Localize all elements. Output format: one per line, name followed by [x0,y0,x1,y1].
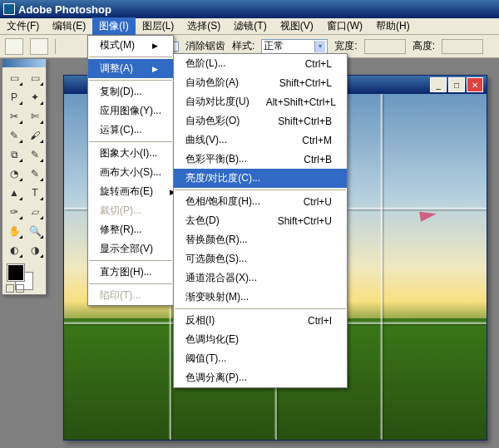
image-menu: 模式(M)▶调整(A)▶复制(D)...应用图像(Y)...运算(C)...图象… [87,35,174,306]
menu-item[interactable]: 色彩平衡(B)...Ctrl+B [174,150,347,169]
menu-item[interactable]: 亮度/对比度(C)... [174,169,347,188]
adjust-submenu: 色阶(L)...Ctrl+L自动色阶(A)Shift+Ctrl+L自动对比度(U… [173,53,348,388]
menu-item[interactable]: 旋转画布(E)▶ [88,182,173,201]
submenu-arrow-icon: ▶ [152,42,158,50]
menu-item-label: 渐变映射(M)... [185,290,332,304]
menu-select[interactable]: 选择(S) [180,17,227,35]
menu-item[interactable]: 反相(I)Ctrl+I [174,311,347,330]
menu-item[interactable]: 显示全部(V) [88,239,173,258]
shortcut-label: Ctrl+I [308,315,332,327]
tool-10[interactable]: ◔ [4,165,24,183]
tool-2[interactable]: P [4,88,24,106]
menu-item[interactable]: 色调均化(E) [174,330,347,349]
menu-help[interactable]: 帮助(H) [369,17,417,35]
menu-edit[interactable]: 编辑(E) [46,17,92,35]
menu-item[interactable]: 自动对比度(U)Alt+Shift+Ctrl+L [174,92,347,111]
menu-image[interactable]: 图像(I) [92,17,135,35]
tool-8[interactable]: ⧉ [4,145,24,164]
tool-0[interactable]: ▭ [4,69,24,87]
height-input[interactable] [442,39,483,54]
tool-17[interactable]: 🔍 [25,222,45,240]
tool-16[interactable]: ✋ [4,222,24,240]
chevron-down-icon: ▾ [314,41,325,52]
menu-item-label: 直方图(H)... [100,265,158,279]
menu-layer[interactable]: 图层(L) [136,17,181,35]
tool-1[interactable]: ▭ [25,69,45,87]
shortcut-label: Ctrl+U [304,196,332,208]
menu-item[interactable]: 渐变映射(M)... [174,288,347,307]
menu-file[interactable]: 文件(F) [0,17,46,35]
menu-item-label: 自动对比度(U) [185,95,250,109]
foreground-color[interactable] [7,264,24,281]
antialias-label: 消除锯齿 [185,39,225,53]
style-label: 样式: [232,39,254,53]
menu-filter[interactable]: 滤镜(T) [227,17,273,35]
shortcut-label: Ctrl+M [302,135,332,146]
menu-item[interactable]: 图象大小(I)... [88,144,173,163]
menu-item[interactable]: 去色(D)Shift+Ctrl+U [174,211,347,230]
menu-item-label: 通道混合器(X)... [185,271,332,285]
menu-item[interactable]: 替换颜色(R)... [174,230,347,249]
shortcut-label: Ctrl+B [304,154,332,165]
menu-window[interactable]: 窗口(W) [320,17,369,35]
tool-15[interactable]: ▱ [25,203,45,221]
menu-item-label: 运算(C)... [100,123,158,137]
menu-item[interactable]: 自动色阶(A)Shift+Ctrl+L [174,73,347,92]
tool-5[interactable]: ✄ [25,107,45,126]
menu-item-label: 去色(D) [185,214,261,228]
tool-12[interactable]: ▲ [4,184,24,202]
option-button[interactable] [30,38,48,55]
menu-item[interactable]: 模式(M)▶ [88,36,173,55]
tool-18[interactable]: ◐ [4,241,24,259]
menu-item[interactable]: 修整(R)... [88,220,173,239]
menu-item[interactable]: 调整(A)▶ [88,59,173,78]
toolbox-header[interactable] [2,59,46,67]
menu-item-label: 亮度/对比度(C)... [185,171,332,185]
tool-11[interactable]: ✎ [25,165,45,183]
tool-7[interactable]: 🖌 [25,126,45,145]
menu-item: 裁切(P)... [88,201,173,220]
style-select[interactable]: 正常 ▾ [261,39,328,54]
menu-item-label: 色相/饱和度(H)... [185,194,287,209]
menu-item-label: 替换颜色(R)... [185,233,332,247]
minimize-button[interactable]: _ [430,77,447,92]
tool-6[interactable]: ✎ [4,126,24,145]
menu-item[interactable]: 自动色彩(O)Shift+Ctrl+B [174,111,347,130]
tool-preset-button[interactable] [5,38,23,55]
submenu-arrow-icon: ▶ [152,65,158,73]
width-label: 宽度: [334,39,357,53]
menu-item[interactable]: 画布大小(S)... [88,163,173,182]
menu-item[interactable]: 运算(C)... [88,121,173,140]
menu-item[interactable]: 色相/饱和度(H)...Ctrl+U [174,192,347,211]
shortcut-label: Shift+Ctrl+L [279,77,332,89]
menu-item[interactable]: 色调分离(P)... [174,368,347,387]
menu-item[interactable]: 可选颜色(S)... [174,249,347,268]
menu-item-label: 图象大小(I)... [100,146,158,160]
tool-13[interactable]: T [25,184,45,202]
menu-item[interactable]: 曲线(V)...Ctrl+M [174,130,347,150]
menu-item[interactable]: 通道混合器(X)... [174,268,347,288]
tool-9[interactable]: ✎ [25,145,45,164]
menu-item[interactable]: 应用图像(Y)... [88,101,173,121]
width-input[interactable] [364,39,406,54]
menu-item[interactable]: 复制(D)... [88,82,173,101]
menu-item[interactable]: 色阶(L)...Ctrl+L [174,54,347,73]
menu-item-label: 色调分离(P)... [185,371,332,385]
shortcut-label: Alt+Shift+Ctrl+L [266,96,336,108]
menu-item-label: 显示全部(V) [100,242,158,256]
menu-item[interactable]: 阈值(T)... [174,349,347,368]
menu-item-label: 画布大小(S)... [100,165,161,180]
tool-14[interactable]: ✑ [4,203,24,221]
tool-19[interactable]: ◑ [25,241,45,259]
menu-item-label: 应用图像(Y)... [100,104,161,118]
shortcut-label: Shift+Ctrl+U [278,215,332,227]
menu-view[interactable]: 视图(V) [274,17,320,35]
tool-3[interactable]: ✦ [25,88,45,106]
tool-4[interactable]: ✂ [4,107,24,126]
maximize-button[interactable]: □ [448,77,465,92]
menubar: 文件(F) 编辑(E) 图像(I) 图层(L) 选择(S) 滤镜(T) 视图(V… [0,18,499,35]
menu-item[interactable]: 直方图(H)... [88,263,173,282]
shortcut-label: Shift+Ctrl+B [278,116,332,127]
menu-item-label: 曲线(V)... [185,133,285,147]
close-button[interactable]: ✕ [467,77,483,92]
